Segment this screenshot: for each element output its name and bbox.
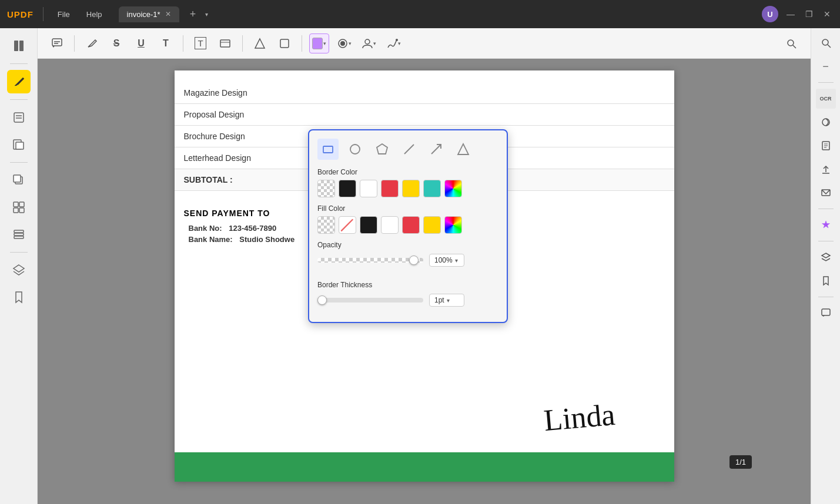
right-scan-btn[interactable]	[816, 112, 836, 132]
search-btn[interactable]	[781, 33, 801, 53]
svg-rect-20	[220, 40, 230, 47]
sidebar-read-icon[interactable]	[7, 34, 31, 58]
text-cursor-btn[interactable]: T	[190, 33, 210, 53]
border-color-teal[interactable]	[423, 180, 441, 197]
fill-color-none[interactable]	[339, 216, 356, 234]
sidebar-annotate-icon[interactable]	[7, 70, 31, 93]
titlebar-sep-1	[43, 7, 43, 21]
add-tab-btn[interactable]: +	[190, 8, 196, 21]
active-tab[interactable]: invoice-1* ✕	[119, 6, 179, 22]
svg-point-31	[350, 145, 360, 154]
svg-rect-6	[16, 142, 24, 149]
thickness-value-box[interactable]: 1pt ▾	[429, 294, 464, 307]
person-btn[interactable]: ▾	[359, 33, 379, 53]
sidebar-stack-icon[interactable]	[7, 223, 31, 246]
border-color-transparent[interactable]	[317, 180, 335, 197]
tab-close-btn[interactable]: ✕	[165, 10, 171, 18]
sidebar-layers-icon[interactable]	[7, 258, 31, 282]
shape-rectangle-btn[interactable]	[317, 139, 339, 160]
opacity-thumb[interactable]	[409, 256, 419, 265]
svg-rect-13	[14, 236, 24, 238]
sidebar-grid-icon[interactable]	[7, 196, 31, 219]
sidebar-pages-icon[interactable]	[7, 133, 31, 156]
text-box-btn[interactable]	[215, 33, 235, 53]
border-color-white[interactable]	[360, 180, 377, 197]
page-container[interactable]: Magazine Design Proposal Design Brochure…	[38, 59, 811, 504]
svg-line-37	[828, 45, 831, 48]
fill-color-black[interactable]	[360, 216, 377, 234]
highlight-btn[interactable]	[250, 33, 270, 53]
svg-rect-2	[14, 113, 24, 122]
shape-line-btn[interactable]	[399, 139, 420, 160]
help-menu[interactable]: Help	[82, 8, 107, 21]
opacity-arrow: ▾	[455, 257, 458, 264]
svg-point-36	[822, 39, 828, 45]
right-extract-btn[interactable]	[816, 136, 836, 156]
shape-circle-btn[interactable]	[344, 139, 366, 160]
right-mail-btn[interactable]	[816, 183, 836, 203]
border-color-row	[317, 180, 498, 197]
shape-color-arrow: ▾	[323, 41, 326, 46]
opacity-value-box[interactable]: 100% ▾	[429, 254, 464, 267]
border-color-black[interactable]	[339, 180, 356, 197]
underline-btn[interactable]: U	[131, 33, 151, 53]
sidebar-bookmark-icon[interactable]	[7, 285, 31, 309]
svg-rect-10	[19, 202, 24, 207]
border-color-yellow[interactable]	[402, 180, 420, 197]
user-avatar[interactable]: U	[762, 6, 778, 22]
right-minus-btn[interactable]: −	[816, 56, 836, 76]
stamp-btn[interactable]	[275, 33, 294, 53]
table-row: Proposal Design	[175, 104, 674, 126]
minimize-btn[interactable]: —	[784, 9, 797, 19]
right-layers-btn[interactable]	[816, 247, 836, 267]
pen-btn[interactable]	[82, 33, 102, 53]
bank-name-value: Studio Shodwe	[239, 235, 294, 244]
opacity-value: 100%	[434, 256, 453, 264]
svg-point-25	[340, 41, 345, 46]
close-btn[interactable]: ✕	[821, 9, 833, 19]
toolbar-right	[781, 33, 801, 53]
opacity-slider[interactable]	[317, 258, 423, 263]
thickness-slider[interactable]	[317, 298, 423, 303]
shape-arrow-btn[interactable]	[426, 139, 447, 160]
shape-color-btn[interactable]: ▾	[309, 33, 329, 53]
thickness-value: 1pt	[434, 296, 444, 304]
sidebar-edit-icon[interactable]	[7, 106, 31, 129]
right-ocr-btn[interactable]: OCR	[816, 89, 836, 109]
file-menu[interactable]: File	[53, 8, 75, 21]
shape-pentagon-btn[interactable]	[372, 139, 393, 160]
toolbar-sep-1	[74, 35, 75, 52]
sidebar-copy-icon[interactable]	[7, 169, 31, 192]
svg-rect-14	[14, 233, 24, 236]
border-color-gradient[interactable]	[444, 180, 462, 197]
sign-btn[interactable]: ▾	[383, 33, 403, 53]
comment-btn[interactable]	[47, 33, 67, 53]
strikethrough-icon: S	[113, 38, 120, 49]
fill-color-white[interactable]	[381, 216, 399, 234]
fill-color-yellow[interactable]	[423, 216, 441, 234]
maximize-btn[interactable]: ❐	[803, 9, 815, 19]
text-t-btn[interactable]: T	[156, 33, 176, 53]
opacity-container: Opacity 100% ▾	[317, 241, 498, 274]
thickness-thumb[interactable]	[317, 295, 327, 305]
opacity-row: 100% ▾	[317, 254, 498, 267]
right-search-btn[interactable]	[816, 33, 836, 53]
fill-color-label: Fill Color	[317, 204, 498, 213]
app-logo: UPDF	[7, 9, 34, 19]
right-bookmark-btn[interactable]	[816, 271, 836, 291]
toolbar: S U T T	[38, 28, 811, 59]
border-color-red[interactable]	[381, 180, 399, 197]
svg-rect-12	[19, 208, 24, 213]
right-chat-btn[interactable]	[816, 303, 836, 323]
fill-color-red[interactable]	[402, 216, 420, 234]
fill-color-gradient[interactable]	[444, 216, 462, 234]
svg-marker-46	[822, 253, 830, 258]
shape-triangle-btn[interactable]	[453, 139, 474, 160]
right-upload-btn[interactable]	[816, 159, 836, 179]
right-stars-btn[interactable]	[816, 215, 836, 235]
strikethrough-btn[interactable]: S	[106, 33, 126, 53]
pen-color-btn[interactable]: ▾	[334, 33, 354, 53]
tabs-dropdown-icon[interactable]: ▾	[205, 11, 208, 18]
fill-color-transparent[interactable]	[317, 216, 335, 234]
row-label-1: Magazine Design	[175, 82, 476, 104]
